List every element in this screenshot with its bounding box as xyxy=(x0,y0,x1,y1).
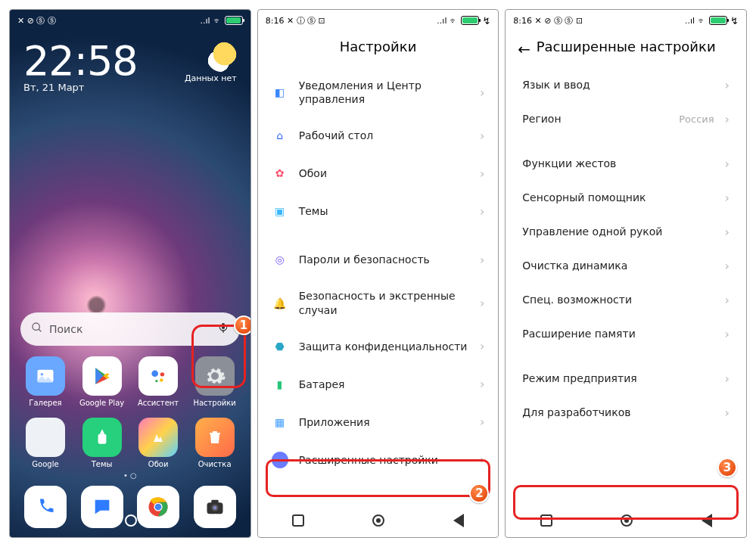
row-apps[interactable]: ▦ Приложения › xyxy=(258,403,499,441)
chevron-right-icon: › xyxy=(725,406,730,420)
svg-rect-10 xyxy=(98,434,106,444)
chevron-right-icon: › xyxy=(480,166,484,181)
nav-recent[interactable] xyxy=(540,514,552,527)
row-one-hand[interactable]: Управление одной рукой › xyxy=(506,215,746,249)
row-label: Приложения xyxy=(299,415,469,429)
status-bar: 8:16 ✕ ⊘ ⓢ ⓢ ⊡ ..ılᯤ ↯ xyxy=(506,10,746,28)
status-bar: ✕ ⊘ ⓢ ⓢ ..ıl ᯤ xyxy=(10,10,250,28)
nav-back[interactable] xyxy=(205,514,216,527)
chevron-right-icon: › xyxy=(725,259,730,273)
row-region[interactable]: Регион Россия › xyxy=(506,102,746,136)
row-language[interactable]: Язык и ввод › xyxy=(506,68,746,102)
battery-icon xyxy=(225,16,243,25)
settings-list[interactable]: Язык и ввод › Регион Россия › Функции же… xyxy=(506,68,746,430)
nav-home[interactable] xyxy=(125,514,137,527)
app-themes[interactable]: Темы xyxy=(77,418,127,468)
play-icon xyxy=(82,356,122,396)
row-gestures[interactable]: Функции жестов › xyxy=(506,147,746,181)
chevron-right-icon: › xyxy=(480,204,484,219)
nav-home[interactable] xyxy=(372,514,384,527)
row-label: Темы xyxy=(299,204,469,218)
bell-icon: 🔔 xyxy=(272,295,288,312)
status-left: 8:16 ✕ ⊘ ⓢ ⓢ ⊡ xyxy=(513,15,583,26)
themes-icon xyxy=(82,418,122,457)
row-label: Рабочий стол xyxy=(299,129,469,142)
svg-point-9 xyxy=(155,380,157,382)
app-google-play[interactable]: Google Play xyxy=(77,356,127,407)
status-bar: 8:16 ✕ ⓘ ⓢ ⊡ ..ılᯤ ↯ xyxy=(258,10,499,28)
svg-point-6 xyxy=(151,370,158,377)
page-indicator: • ○ xyxy=(10,468,250,480)
chevron-right-icon: › xyxy=(725,327,730,341)
themes-icon: ▣ xyxy=(272,203,288,219)
row-developer-options[interactable]: Для разработчиков › xyxy=(506,396,746,430)
row-label: Сенсорный помощник xyxy=(522,191,714,204)
row-label: Регион xyxy=(522,112,668,126)
clock-widget[interactable]: 22:58 Вт, 21 Март Данных нет xyxy=(10,28,250,93)
app-assistant[interactable]: Ассистент xyxy=(133,356,183,407)
nav-recent[interactable] xyxy=(44,514,56,527)
settings-list[interactable]: ◧ Уведомления и Центр управления › ⌂ Раб… xyxy=(258,68,499,479)
row-battery[interactable]: ▮ Батарея › xyxy=(258,365,499,403)
back-button[interactable]: ← xyxy=(518,40,530,58)
nav-bar xyxy=(506,504,746,537)
badge-2: 2 xyxy=(469,483,489,503)
app-label: Ассистент xyxy=(138,399,179,407)
search-bar[interactable]: Поиск xyxy=(20,312,240,346)
mic-icon[interactable] xyxy=(217,322,229,337)
row-additional-settings[interactable]: ⋯ Расширенные настройки › xyxy=(258,441,499,479)
title-text: Расширенные настройки xyxy=(537,39,716,54)
weather-widget[interactable]: Данных нет xyxy=(185,42,237,83)
row-label: Уведомления и Центр управления xyxy=(299,79,469,106)
row-label: Батарея xyxy=(299,378,469,391)
badge-1: 1 xyxy=(234,315,251,335)
chevron-right-icon: › xyxy=(480,253,484,267)
chevron-right-icon: › xyxy=(480,339,484,353)
row-accessibility[interactable]: Спец. возможности › xyxy=(506,283,746,317)
weather-icon xyxy=(207,42,237,72)
battery-icon xyxy=(709,16,727,25)
nav-home[interactable] xyxy=(621,514,633,527)
clock-date: Вт, 21 Март xyxy=(23,82,237,93)
row-passwords[interactable]: ◎ Пароли и безопасность › xyxy=(258,241,499,278)
chevron-right-icon: › xyxy=(725,157,730,171)
chevron-right-icon: › xyxy=(725,191,730,205)
nav-back[interactable] xyxy=(453,514,464,527)
row-enterprise-mode[interactable]: Режим предприятия › xyxy=(506,362,746,396)
row-label: Язык и ввод xyxy=(522,78,714,92)
chevron-right-icon: › xyxy=(725,225,730,239)
row-speaker-clean[interactable]: Очистка динамика › xyxy=(506,249,746,283)
battery-icon xyxy=(461,16,479,25)
chevron-right-icon: › xyxy=(725,78,730,92)
wallpaper-icon xyxy=(138,418,178,457)
app-label: Темы xyxy=(92,460,113,468)
svg-point-0 xyxy=(33,323,39,330)
app-row-1: Галерея Google Play Ассистент Настройки xyxy=(10,346,250,407)
row-home-screen[interactable]: ⌂ Рабочий стол › xyxy=(258,117,499,154)
app-wallpaper[interactable]: Обои xyxy=(133,418,183,468)
app-cleaner[interactable]: Очистка xyxy=(190,418,240,468)
app-label: Настройки xyxy=(193,399,235,407)
app-gallery[interactable]: Галерея xyxy=(20,356,70,407)
app-google-folder[interactable]: Google xyxy=(20,418,70,468)
row-privacy[interactable]: ⬣ Защита конфиденциальности › xyxy=(258,328,499,365)
chevron-right-icon: › xyxy=(480,452,484,467)
row-wallpaper[interactable]: ✿ Обои › xyxy=(258,154,499,192)
row-notifications[interactable]: ◧ Уведомления и Центр управления › xyxy=(258,68,499,117)
app-label: Обои xyxy=(148,460,169,468)
chevron-right-icon: › xyxy=(480,296,484,310)
nav-back[interactable] xyxy=(702,514,712,527)
row-emergency[interactable]: 🔔 Безопасность и экстренные случаи › xyxy=(258,278,499,327)
search-placeholder: Поиск xyxy=(49,323,211,335)
row-label: Очистка динамика xyxy=(522,259,714,272)
notifications-icon: ◧ xyxy=(272,84,288,101)
nav-recent[interactable] xyxy=(292,514,304,527)
page-title: Настройки xyxy=(258,28,499,68)
shield-icon: ⬣ xyxy=(272,338,288,355)
nav-bar xyxy=(10,504,250,537)
row-themes[interactable]: ▣ Темы › xyxy=(258,192,499,230)
weather-text: Данных нет xyxy=(185,73,237,83)
app-settings[interactable]: Настройки xyxy=(190,356,240,407)
row-memory-extension[interactable]: Расширение памяти › xyxy=(506,317,746,351)
row-quick-ball[interactable]: Сенсорный помощник › xyxy=(506,181,746,215)
